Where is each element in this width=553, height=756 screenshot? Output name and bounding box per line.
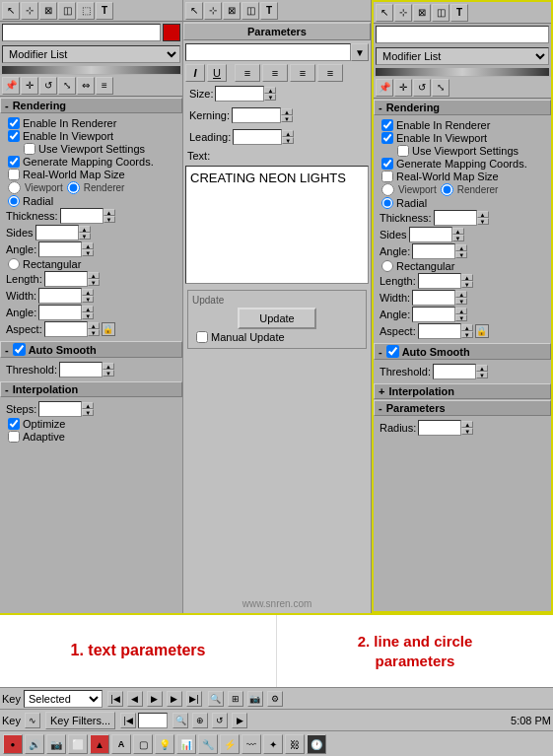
threshold-down[interactable]: ▼ (103, 370, 114, 377)
r-threshold-down[interactable]: ▼ (476, 372, 488, 378)
interpolation-header[interactable]: - Interpolation (0, 381, 182, 397)
size-down[interactable]: ▼ (264, 94, 276, 101)
move-icon[interactable]: ✛ (21, 77, 38, 95)
update-btn[interactable]: Update (238, 308, 316, 329)
auto-smooth-header[interactable]: - Auto Smooth (0, 341, 182, 358)
enable-viewport-check[interactable] (8, 130, 20, 142)
r-vertices-icon[interactable]: ⊹ (394, 4, 412, 22)
adaptive-check[interactable] (8, 431, 20, 443)
aspect-input[interactable]: 3.0 (44, 321, 88, 337)
select-icon[interactable]: ⬚ (77, 2, 95, 20)
rotate-icon[interactable]: ↺ (39, 77, 57, 95)
r-edges-icon[interactable]: ⊠ (413, 4, 431, 22)
chart-icon[interactable]: 📊 (176, 734, 196, 754)
vertices-icon[interactable]: ⊹ (21, 2, 38, 20)
r-rotate-icon[interactable]: ↺ (413, 79, 431, 97)
r-length-up[interactable]: ▲ (461, 274, 473, 281)
nav-prev-btn[interactable]: ◀ (127, 691, 143, 707)
r-angle-down[interactable]: ▼ (455, 251, 467, 258)
red-icon1[interactable]: ● (3, 734, 23, 754)
right-modifier-list-dropdown[interactable]: Modifier List (376, 47, 549, 65)
align-left-btn[interactable]: ≡ (235, 64, 260, 82)
r-radial-radio[interactable] (381, 197, 393, 209)
italic-btn[interactable]: I (185, 64, 205, 82)
zoom-icon[interactable]: 🔍 (208, 691, 224, 707)
right-object-name-input[interactable]: Circle01 (376, 26, 549, 43)
r-thickness-input[interactable]: 0.03 (434, 210, 477, 226)
scale-icon[interactable]: ⤡ (58, 77, 76, 95)
sound-icon[interactable]: 🔊 (25, 734, 44, 754)
kerning-input[interactable]: 0.0 (232, 107, 281, 123)
renderer-radio[interactable] (67, 181, 80, 194)
mirror-icon[interactable]: ⇔ (77, 77, 95, 95)
angle2-up[interactable]: ▲ (82, 306, 94, 312)
r-width-up[interactable]: ▲ (455, 291, 467, 298)
r-angle2-up[interactable]: ▲ (455, 308, 467, 314)
r-angle-up[interactable]: ▲ (455, 244, 467, 251)
auto-smooth-check[interactable] (13, 343, 26, 356)
m-vertices-icon[interactable]: ⊹ (204, 2, 222, 20)
r-text-icon[interactable]: T (450, 4, 468, 22)
kerning-down[interactable]: ▼ (281, 115, 293, 122)
threshold-input[interactable]: 40.0 (59, 362, 103, 378)
star-icon[interactable]: ✦ (263, 734, 283, 754)
r-sides-down[interactable]: ▼ (452, 235, 464, 241)
wave-icon[interactable]: ∿ (25, 713, 40, 728)
m-faces-icon[interactable]: ◫ (242, 2, 259, 20)
angle-input[interactable]: 0.0 (38, 241, 82, 257)
frame-input[interactable]: 0 (138, 713, 168, 728)
sides-up[interactable]: ▲ (79, 226, 91, 233)
real-world-check[interactable] (8, 169, 20, 180)
r-aspect-input[interactable]: 3.0 (418, 323, 461, 339)
text-icon[interactable]: T (96, 2, 113, 20)
r-auto-smooth-check[interactable] (386, 345, 399, 358)
r-enable-renderer-check[interactable] (381, 119, 393, 131)
r-threshold-up[interactable]: ▲ (476, 365, 488, 372)
r-angle2-input[interactable]: 0.0 (412, 307, 455, 322)
r-auto-smooth-header[interactable]: - Auto Smooth (374, 343, 551, 360)
align-center-btn[interactable]: ≡ (262, 64, 288, 82)
angle2-input[interactable]: 0.0 (38, 305, 82, 320)
r-thickness-up[interactable]: ▲ (477, 211, 489, 218)
camera-icon[interactable]: 📷 (247, 691, 263, 707)
angle-up[interactable]: ▲ (82, 242, 94, 249)
manual-update-check[interactable] (196, 331, 208, 343)
steps-down[interactable]: ▼ (82, 409, 94, 416)
width-down[interactable]: ▼ (82, 296, 94, 303)
radius-up[interactable]: ▲ (461, 421, 473, 428)
length-up[interactable]: ▲ (88, 272, 100, 279)
nav-play-btn[interactable]: ▶ (147, 691, 163, 707)
faces-icon[interactable]: ◫ (58, 2, 76, 20)
r-length-input[interactable]: 6.0 (418, 273, 461, 289)
use-viewport-check[interactable] (24, 143, 35, 155)
r-aspect-lock-icon[interactable]: 🔒 (475, 324, 489, 338)
r-angle-input[interactable]: 0.0 (412, 243, 455, 259)
pan-icon[interactable]: ⊕ (192, 713, 208, 728)
r-use-viewport-check[interactable] (397, 145, 409, 157)
object-color-box[interactable] (163, 24, 180, 41)
r-renderer-radio[interactable] (441, 183, 453, 196)
r-width-input[interactable]: 2.0 (412, 290, 455, 306)
generate-mapping-check[interactable] (8, 156, 20, 168)
settings-icon[interactable]: ⚙ (267, 691, 283, 707)
r-viewport-radio[interactable] (381, 183, 394, 196)
aspect-down[interactable]: ▼ (88, 329, 100, 336)
link-icon[interactable]: ⛓ (285, 734, 305, 754)
r-move-icon[interactable]: ✛ (394, 79, 412, 97)
bolt-icon[interactable]: ⚡ (220, 734, 240, 754)
sides-input[interactable]: 12 (35, 225, 79, 241)
wrench-icon[interactable]: 🔧 (198, 734, 218, 754)
r-thickness-down[interactable]: ▼ (477, 218, 489, 225)
leading-up[interactable]: ▲ (282, 130, 294, 137)
rectangular-radio[interactable] (8, 258, 20, 270)
font-browse-btn[interactable]: ▼ (351, 43, 369, 61)
key-filters-btn[interactable]: Key Filters... (45, 712, 115, 729)
thickness-input[interactable]: 0.03 (60, 208, 104, 224)
width-up[interactable]: ▲ (82, 289, 94, 296)
red-icon2[interactable]: ▲ (90, 734, 109, 754)
nav-next-btn[interactable]: ▶ (167, 691, 182, 707)
r-angle2-down[interactable]: ▼ (455, 314, 467, 321)
rendering-section-header[interactable]: - Rendering (0, 98, 182, 113)
modifier-list-dropdown[interactable]: Modifier List (2, 45, 180, 63)
text-input[interactable]: CREATING NEON LIGHTS (185, 166, 369, 284)
